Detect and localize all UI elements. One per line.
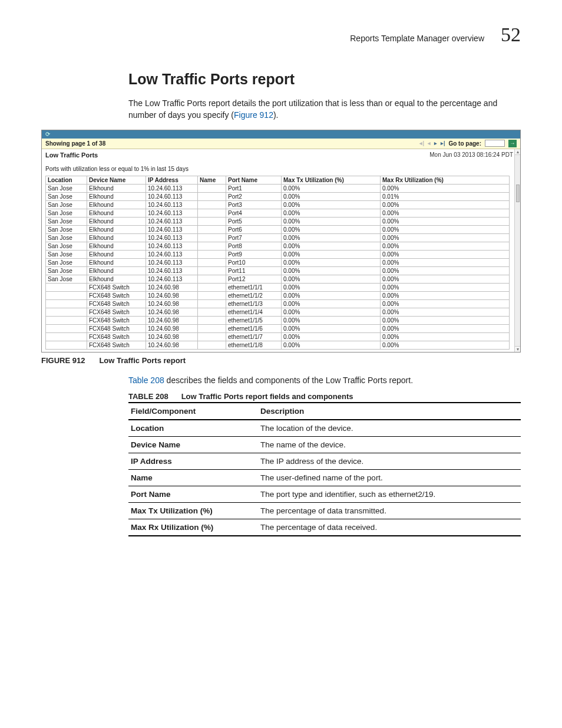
desc-text: The name of the device.	[258, 436, 521, 453]
report-screenshot: ⟳ Showing page 1 of 38 ◂| ◂ ▸ ▸| Go to p…	[41, 130, 521, 353]
table-row: FCX648 Switch10.24.60.98ethernet1/1/80.0…	[46, 341, 510, 349]
table-cell	[198, 192, 226, 200]
table-cell	[46, 332, 87, 341]
table-cell: 0.00%	[282, 192, 381, 200]
table-cell: 0.00%	[282, 283, 381, 291]
desc-field: Max Rx Utilization (%)	[128, 519, 258, 536]
table-cell: San Jose	[46, 258, 87, 266]
table-cell: 0.00%	[282, 266, 381, 275]
table-cell: Port8	[226, 242, 282, 250]
table-cell: 0.00%	[381, 324, 510, 332]
table-row: San JoseElkhound10.24.60.113Port20.00%0.…	[46, 192, 510, 200]
table-cell: ethernet1/1/7	[226, 332, 282, 341]
report-subtitle: Ports with utilization less or equal to …	[45, 166, 517, 172]
table-cell	[198, 308, 226, 316]
intro-paragraph: The Low Traffic Ports report details the…	[41, 97, 521, 121]
screenshot-body: ▴ ▾ Low Traffic Ports Mon Jun 03 2013 08…	[42, 149, 520, 352]
table-cell: 10.24.60.113	[146, 200, 198, 209]
table-row: Device NameThe name of the device.	[128, 436, 521, 453]
table-cell: 0.00%	[282, 184, 381, 192]
table-cell: Elkhound	[87, 258, 146, 266]
desc-text: The port type and identifier, such as et…	[258, 486, 521, 502]
table-cell: 0.00%	[282, 200, 381, 209]
table-caption: TABLE 208Low Traffic Ports report fields…	[41, 392, 521, 401]
table-cell	[198, 291, 226, 299]
next-page-icon[interactable]: ▸	[434, 140, 437, 146]
page-header: Reports Template Manager overview 52	[41, 24, 521, 46]
table-cell: 10.24.60.113	[146, 242, 198, 250]
report-column-header: IP Address	[146, 176, 198, 184]
report-timestamp: Mon Jun 03 2013 08:16:24 PDT	[429, 151, 513, 158]
table-cell: 10.24.60.113	[146, 275, 198, 283]
figure-caption: FIGURE 912Low Traffic Ports report	[41, 356, 521, 365]
table-cell: 0.00%	[282, 233, 381, 242]
table-cell: Port3	[226, 200, 282, 209]
last-page-icon[interactable]: ▸|	[441, 140, 445, 146]
pager-nav: ◂| ◂ ▸ ▸| Go to page: →	[419, 140, 517, 147]
table-cell: 0.00%	[381, 225, 510, 233]
screenshot-titlebar: ⟳	[42, 130, 520, 139]
table-cell: 10.24.60.98	[146, 341, 198, 349]
table-cell: San Jose	[46, 200, 87, 209]
table-cell: 0.00%	[381, 266, 510, 275]
first-page-icon[interactable]: ◂|	[419, 140, 424, 146]
table-cell: 10.24.60.113	[146, 184, 198, 192]
table-cell	[198, 299, 226, 308]
table-cell: 10.24.60.98	[146, 324, 198, 332]
table-cell: San Jose	[46, 184, 87, 192]
intro-text-b: ).	[273, 110, 279, 120]
table-row: FCX648 Switch10.24.60.98ethernet1/1/50.0…	[46, 316, 510, 324]
table-row: San JoseElkhound10.24.60.113Port10.00%0.…	[46, 184, 510, 192]
table-cell	[198, 324, 226, 332]
table-cell: 10.24.60.113	[146, 266, 198, 275]
scroll-up-icon[interactable]: ▴	[515, 149, 520, 155]
table-cell: Elkhound	[87, 242, 146, 250]
table-cell: 0.00%	[282, 316, 381, 324]
table-cell: Port9	[226, 250, 282, 258]
table-cell: 0.00%	[381, 332, 510, 341]
table-cell: Port7	[226, 233, 282, 242]
reload-icon[interactable]: ⟳	[45, 131, 52, 137]
table-row: San JoseElkhound10.24.60.113Port80.00%0.…	[46, 242, 510, 250]
table-cell: Elkhound	[87, 275, 146, 283]
desc-header-field: Field/Component	[128, 403, 258, 420]
table-cell: 10.24.60.113	[146, 250, 198, 258]
figure-label: FIGURE 912	[41, 356, 85, 365]
table-cell: Elkhound	[87, 192, 146, 200]
desc-header-desc: Description	[258, 403, 521, 420]
desc-text: The percentage of data received.	[258, 519, 521, 536]
table-cell	[198, 283, 226, 291]
table-cell: 0.00%	[282, 308, 381, 316]
table-cell: San Jose	[46, 233, 87, 242]
table-cell	[198, 217, 226, 225]
table-link[interactable]: Table 208	[128, 375, 164, 385]
desc-field: Location	[128, 420, 258, 437]
table-cell	[46, 308, 87, 316]
table-cell: ethernet1/1/2	[226, 291, 282, 299]
prev-page-icon[interactable]: ◂	[428, 140, 431, 146]
table-cell: 0.00%	[282, 291, 381, 299]
pager-status: Showing page 1 of 38	[45, 140, 105, 147]
report-column-header: Max Tx Utilization (%)	[282, 176, 381, 184]
table-cell: 10.24.60.98	[146, 283, 198, 291]
table-row: Port NameThe port type and identifier, s…	[128, 486, 521, 502]
table-intro-paragraph: Table 208 describes the fields and compo…	[41, 375, 521, 385]
table-row: FCX648 Switch10.24.60.98ethernet1/1/70.0…	[46, 332, 510, 341]
table-cell	[198, 275, 226, 283]
table-cell	[198, 242, 226, 250]
figure-link[interactable]: Figure 912	[234, 110, 273, 120]
table-caption-text: Low Traffic Ports report fields and comp…	[181, 392, 353, 401]
scroll-down-icon[interactable]: ▾	[515, 346, 520, 352]
table-cell: Port6	[226, 225, 282, 233]
scrollbar[interactable]: ▴ ▾	[514, 149, 520, 352]
go-button[interactable]: →	[508, 140, 517, 147]
table-cell	[198, 209, 226, 217]
table-cell: Port2	[226, 192, 282, 200]
table-cell	[198, 266, 226, 275]
scroll-thumb[interactable]	[516, 185, 520, 202]
table-cell: 10.24.60.98	[146, 299, 198, 308]
table-cell: 10.24.60.113	[146, 217, 198, 225]
go-to-page-input[interactable]	[485, 140, 505, 147]
table-cell: 0.00%	[381, 341, 510, 349]
table-cell: Elkhound	[87, 250, 146, 258]
